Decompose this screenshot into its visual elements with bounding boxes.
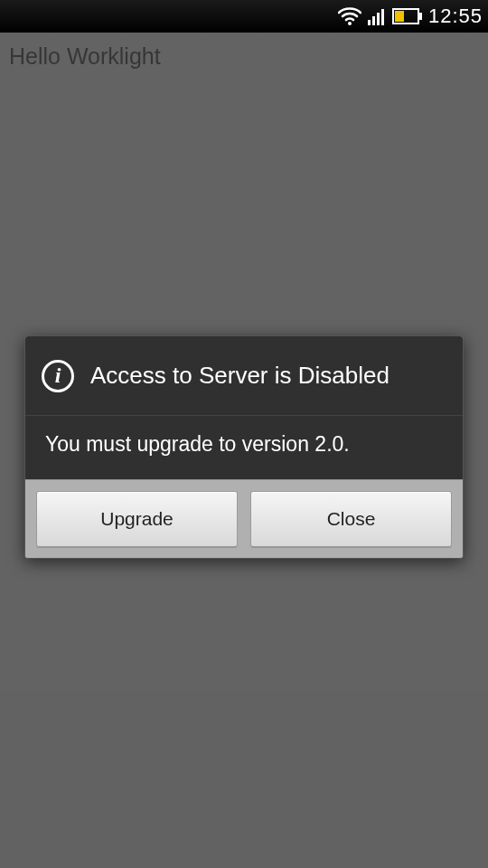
close-button[interactable]: Close — [250, 491, 452, 547]
battery-icon — [392, 8, 423, 24]
svg-rect-2 — [372, 16, 375, 25]
dialog-button-row: Upgrade Close — [25, 479, 463, 558]
dialog-header: i Access to Server is Disabled — [25, 336, 463, 416]
alert-dialog: i Access to Server is Disabled You must … — [24, 335, 464, 559]
upgrade-button[interactable]: Upgrade — [36, 491, 238, 547]
clock: 12:55 — [428, 5, 483, 28]
dialog-title: Access to Server is Disabled — [90, 362, 389, 390]
signal-icon — [367, 6, 387, 26]
status-bar: 12:55 — [0, 0, 488, 33]
svg-rect-1 — [368, 20, 371, 25]
svg-rect-7 — [395, 11, 404, 22]
dialog-body: You must upgrade to version 2.0. — [25, 416, 463, 479]
svg-rect-4 — [381, 9, 384, 25]
svg-rect-6 — [419, 13, 422, 20]
wifi-icon — [338, 6, 361, 26]
dialog-message: You must upgrade to version 2.0. — [45, 432, 350, 457]
info-icon: i — [42, 360, 74, 392]
svg-point-0 — [348, 22, 352, 25]
svg-rect-3 — [377, 13, 380, 25]
